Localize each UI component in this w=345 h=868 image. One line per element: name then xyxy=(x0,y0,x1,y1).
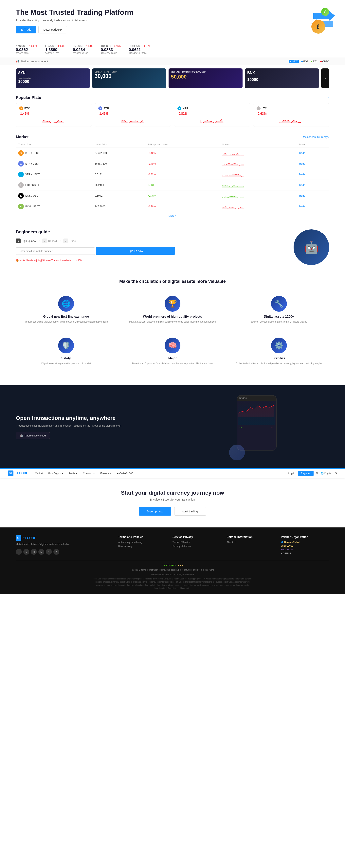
nav-language[interactable]: 🌐 English xyxy=(321,472,332,475)
dark-cta-desc: Product ecological transformation and in… xyxy=(16,424,172,427)
dark-cta-image: BCWBTC BUY SELL xyxy=(172,395,329,458)
trade-button[interactable]: Trade xyxy=(299,184,305,186)
footer-bottom: CERTIPIED ★★★ Pass all 3 items (penetrat… xyxy=(16,561,329,590)
trade-button[interactable]: Trade xyxy=(299,173,305,176)
social-facebook[interactable]: f xyxy=(16,549,22,555)
ticker-change: -10.40% xyxy=(29,45,37,48)
footer-logo-icon: 51 xyxy=(16,535,21,541)
quotes-cell xyxy=(220,201,296,212)
popular-card[interactable]: Ξ ETH -1.49% xyxy=(95,103,171,127)
footer-col-partners-title: Partner Organization xyxy=(281,535,329,538)
trade-cell[interactable]: Trade xyxy=(296,180,329,190)
trade-cell[interactable]: Trade xyxy=(296,169,329,180)
journey-signup-button[interactable]: Sign up now xyxy=(139,507,171,516)
nav-item[interactable]: Finance ▾ xyxy=(97,468,114,478)
ticker-volume: 9574696.48960 xyxy=(73,52,93,54)
table-row: ₿ BTC / USDT 27622.1800 -1.46% Trade xyxy=(16,148,329,158)
trade-cell[interactable]: Trade xyxy=(296,148,329,158)
android-button[interactable]: 🤖 Android Download xyxy=(16,432,50,439)
nav-item[interactable]: Market xyxy=(32,468,45,478)
feature-title: Stabilize xyxy=(232,356,325,360)
ticker-item: ELA/USDT -0.64% 1.3860 705830.11779 xyxy=(45,45,65,54)
popular-card[interactable]: ✕ XRP -0.82% xyxy=(174,103,250,127)
beginners-left: Beginners guide 1 Sign up now → 2 Deposi… xyxy=(16,229,293,262)
footer-link-aml[interactable]: Anti-money laundering xyxy=(118,541,166,544)
social-linkedin[interactable]: in xyxy=(31,549,37,555)
coin-symbol: LTC xyxy=(262,107,267,110)
trade-cell[interactable]: Trade xyxy=(296,158,329,169)
banner-card-2[interactable]: Contract Trading Platform 30,000 xyxy=(92,68,166,88)
ticker-pair: ELA/USDT -0.64% xyxy=(45,45,65,48)
step-2: 2 Deposit xyxy=(42,239,57,243)
trade-button[interactable]: Trade xyxy=(299,162,305,165)
partner-getins: ● GETINS xyxy=(281,552,329,555)
social-instagram[interactable]: ig xyxy=(38,549,44,555)
nav-login[interactable]: Log in xyxy=(288,472,295,475)
market-pair: EOS / USDT xyxy=(25,194,40,197)
banner-arrow[interactable]: › xyxy=(321,68,329,88)
footer-brand: 51 51 CODE Make the circulation of digit… xyxy=(16,535,113,555)
nav-item[interactable]: Buy Crypto ▾ xyxy=(45,468,66,478)
market-currency[interactable]: Mainstream Currency › xyxy=(303,135,329,138)
coin-change: -0.82% xyxy=(178,112,247,116)
banner-card-3[interactable]: Your Show Plan for Lucky Draw Winner 50,… xyxy=(168,68,243,88)
market-coin-icon: ₿ xyxy=(18,150,24,156)
trade-button[interactable]: To Trade xyxy=(16,26,36,33)
trade-cell[interactable]: Trade xyxy=(296,190,329,201)
banner-card-4[interactable]: BNX 10000 xyxy=(245,68,319,88)
nav-register[interactable]: Register xyxy=(298,471,314,476)
popular-card[interactable]: ₿ BTC -1.46% xyxy=(16,103,92,127)
social-extra1[interactable]: ● xyxy=(46,549,52,555)
signup-input[interactable] xyxy=(16,247,95,255)
coin-change: -1.49% xyxy=(98,112,167,116)
nav-item[interactable]: ● Collar$1000 xyxy=(114,468,136,478)
ticker-price: 0.0234 xyxy=(73,48,93,52)
footer-link-risk[interactable]: Risk warning xyxy=(118,545,166,548)
feature-desc: Product ecological transformation and in… xyxy=(20,320,113,324)
nav-sort-icon[interactable]: ⇅ xyxy=(316,472,318,475)
social-twitter[interactable]: t xyxy=(23,549,29,555)
footer-top: 51 51 CODE Make the circulation of digit… xyxy=(16,535,329,561)
ticker-volume: 17734841S.25626 xyxy=(129,52,151,54)
coin-change: -0.63% xyxy=(257,112,326,116)
hero-section: The Most Trusted Trading Platform Provid… xyxy=(0,0,345,41)
banner-card-1[interactable]: SYN Your Show Plan 10000 xyxy=(16,68,90,88)
nav-item[interactable]: Trade ▾ xyxy=(66,468,80,478)
pair-cell: E EOS / USDT xyxy=(16,190,92,201)
change-cell: 0.63% xyxy=(145,180,220,190)
dot-oppo xyxy=(320,61,322,62)
popular-more[interactable]: › xyxy=(328,96,329,99)
mini-chart xyxy=(98,116,167,123)
popular-coin: ✕ XRP xyxy=(178,106,247,111)
market-pair: BTC / USDT xyxy=(25,152,39,154)
circulation-title: Make the circulation of digital assets m… xyxy=(16,279,329,284)
dark-cta-section: Open transactions anytime, anywhere Prod… xyxy=(0,385,345,468)
footer-link-privacy[interactable]: Privacy statement xyxy=(172,545,221,548)
trade-button[interactable]: Trade xyxy=(299,194,305,197)
ticker-pair: NAS/USDT -10.40% xyxy=(16,45,37,48)
footer-col-privacy-title: Service Privacy xyxy=(172,535,221,538)
journey-trade-button[interactable]: start trading xyxy=(174,507,206,516)
trade-cell[interactable]: Trade xyxy=(296,201,329,212)
ticker-price: 0.0621 xyxy=(129,48,151,52)
footer-link-about[interactable]: About Us xyxy=(227,541,275,544)
social-extra2[interactable]: ● xyxy=(54,549,59,555)
nav-right: Log in Register ⇅ 🌐 English ⚙ xyxy=(288,471,337,476)
popular-card[interactable]: Ł LTC -0.63% xyxy=(253,103,329,127)
footer-link-tos[interactable]: Terms of Service xyxy=(172,541,221,544)
trade-button[interactable]: Trade xyxy=(299,205,305,208)
feature-title: Safety xyxy=(20,356,113,360)
ticker-price: 0.0362 xyxy=(16,48,37,52)
download-button[interactable]: Download APP xyxy=(38,26,67,33)
feature-title: World premiere of high-quality projects xyxy=(126,315,219,318)
signup-button[interactable]: Sign up now xyxy=(96,247,175,255)
trade-button[interactable]: Trade xyxy=(299,152,305,154)
market-more[interactable]: More » xyxy=(16,212,329,219)
coin-icon: ✕ xyxy=(178,106,181,111)
nav-settings-icon[interactable]: ⚙ xyxy=(335,472,337,475)
feature-card: 🌐 Global new first-line exchange Product… xyxy=(16,292,116,328)
market-pair: ETH / USDT xyxy=(25,162,39,165)
step-arrow-2: → xyxy=(59,239,62,243)
ticker-change: -0.77% xyxy=(144,45,151,48)
nav-item[interactable]: Contract ▾ xyxy=(80,468,97,478)
